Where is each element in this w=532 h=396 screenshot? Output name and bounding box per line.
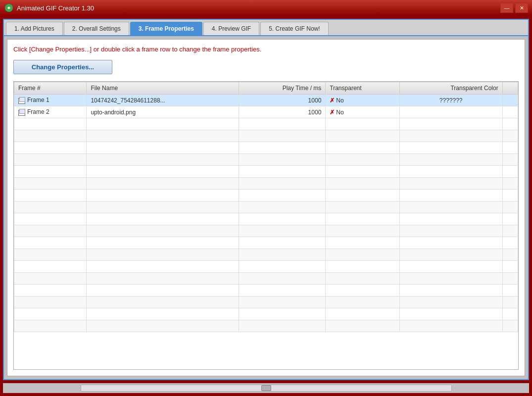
table-row: [14, 261, 518, 273]
tab-create-gif[interactable]: 5. Create GIF Now!: [260, 22, 328, 35]
file-name-cell: 10474242_754284611288...: [87, 95, 239, 106]
title-bar: Animated GIF Creator 1.30 — ✕: [0, 0, 532, 16]
table-row: [14, 178, 518, 190]
scrollbar-thumb[interactable]: [261, 385, 271, 391]
change-properties-button[interactable]: Change Properties...: [13, 60, 112, 74]
table-row: [14, 130, 518, 142]
no-icon: ✗: [330, 109, 335, 116]
transparent-color-cell: ???????: [399, 95, 502, 106]
extra-cell: [502, 95, 518, 106]
app-title: Animated GIF Creator 1.30: [17, 4, 500, 12]
instruction-text: Click [Change Properties...] or double c…: [13, 46, 519, 53]
col-header-frame-num: Frame #: [14, 82, 87, 95]
table-row: [14, 285, 518, 297]
transparent-cell: ✗No: [326, 95, 399, 106]
window-controls: — ✕: [500, 3, 528, 13]
tab-bar: 1. Add Pictures 2. Overall Settings 3. F…: [4, 20, 528, 36]
table-row: [14, 213, 518, 225]
extra-cell: [502, 106, 518, 118]
table-row: [14, 154, 518, 166]
table-row: [14, 142, 518, 154]
table-row: [14, 249, 518, 261]
transparent-color-cell: [399, 106, 502, 118]
play-time-cell: 1000: [239, 106, 326, 118]
tab-add-pictures[interactable]: 1. Add Pictures: [6, 22, 63, 35]
frame-table-container[interactable]: Frame # File Name Play Time / ms Transpa…: [13, 81, 519, 370]
close-button[interactable]: ✕: [515, 3, 528, 13]
tab-overall-settings[interactable]: 2. Overall Settings: [64, 22, 129, 35]
col-header-transparent-color: Transparent Color: [399, 82, 502, 95]
col-header-extra: [502, 82, 518, 95]
file-name-cell: upto-android.png: [87, 106, 239, 118]
col-header-file-name: File Name: [87, 82, 239, 95]
bottom-bar: Buy Now Website Help About...: [0, 393, 532, 396]
tab-preview-gif[interactable]: 4. Preview GIF: [203, 22, 259, 35]
play-time-cell: 1000: [239, 95, 326, 106]
table-row: [14, 237, 518, 249]
frame-num-cell: Frame 1: [14, 95, 87, 106]
frame-icon: [18, 97, 25, 104]
frame-num-cell: Frame 2: [14, 106, 87, 118]
frame-icon: [18, 109, 25, 116]
minimize-button[interactable]: —: [500, 3, 513, 13]
table-row: [14, 273, 518, 285]
scrollbar-track[interactable]: [81, 385, 452, 392]
frame-table: Frame # File Name Play Time / ms Transpa…: [14, 82, 518, 332]
svg-point-1: [8, 7, 10, 9]
table-row: [14, 320, 518, 332]
tab-frame-properties[interactable]: 3. Frame Properties: [130, 22, 202, 35]
table-row: [14, 297, 518, 308]
table-row: [14, 118, 518, 130]
table-row: [14, 166, 518, 178]
main-container: 1. Add Pictures 2. Overall Settings 3. F…: [3, 19, 529, 380]
col-header-transparent: Transparent: [326, 82, 399, 95]
transparent-cell: ✗No: [326, 106, 399, 118]
app-icon: [4, 3, 14, 13]
table-row: [14, 201, 518, 213]
table-row: [14, 190, 518, 201]
scrollbar-area[interactable]: [3, 383, 529, 393]
no-icon: ✗: [330, 97, 335, 104]
col-header-play-time: Play Time / ms: [239, 82, 326, 95]
content-area: Click [Change Properties...] or double c…: [7, 39, 525, 376]
table-row: [14, 225, 518, 237]
table-row: [14, 308, 518, 320]
